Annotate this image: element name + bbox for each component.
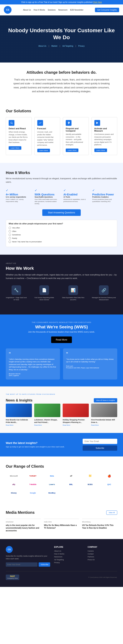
footer-col-explore: EXPLORE About Us How It Works Newsroom A…: [54, 546, 84, 567]
footer-copyright: © CivicScience 2024. All Rights Reserved…: [88, 576, 117, 578]
nav-link-newsroom[interactable]: Newsroom: [58, 9, 67, 11]
hero-link-market[interactable]: Market: [52, 45, 58, 47]
news-card-3: Holiday Shopping Preview: Shoppers Plann…: [63, 404, 89, 426]
news-grid: How Brands Can Celebrate Pride Month... …: [6, 404, 117, 426]
tool-icon-managed: 🔗: [99, 285, 109, 295]
hero-link-privacy[interactable]: Privacy: [78, 45, 85, 47]
news-title-2: Lululemon, Vitamin Shoppe, and Fiat Prim…: [34, 419, 60, 424]
footer-explore-heading: EXPLORE: [54, 546, 84, 548]
activate-title: Activate and Measure: [94, 127, 115, 132]
media-grid: eMarketer why is the most popular site f…: [6, 518, 117, 532]
client-mcdonalds: M: [82, 473, 98, 479]
stat-million: ✓ 4+ Million U.S. survey respondents Ove…: [6, 188, 31, 205]
client-disney: Disney: [6, 490, 22, 496]
footer-brand: CS Subscribe for monthly media insights …: [6, 546, 50, 567]
media-source-3: Bloomberg: [82, 521, 117, 523]
footer-company-heading: COMPANY: [88, 546, 117, 548]
attitudes-section: Attitudes change before behaviors do. Th…: [0, 62, 123, 101]
testimonial-author-1: Branden Darrell SVP, Logilism: [9, 373, 57, 376]
detect-title: Detect and React: [9, 127, 29, 130]
attitudes-heading: Attitudes change before behaviors do.: [11, 70, 112, 75]
news-read-more-4[interactable]: Read More: [91, 424, 117, 426]
client-elf: elf: [63, 473, 79, 479]
media-title-3: US Tax Refunds Decline 3.3% This Year in…: [82, 524, 117, 530]
hww-description: Whether you like to interact with elegan…: [6, 273, 117, 280]
newsletter-subscribe-button[interactable]: Subscribe: [83, 446, 117, 451]
media-view-all-button[interactable]: View All: [106, 510, 117, 515]
survey-radio-5[interactable]: [9, 240, 11, 243]
news-title-4: First Presidential Debate Will Draw 4...: [91, 419, 117, 424]
nav-links: About Us How It Works Solutions Newsroom…: [23, 9, 83, 11]
footer-link-press[interactable]: Press Kit: [88, 559, 117, 561]
footer-email-button[interactable]: Subscribe: [39, 562, 50, 567]
wws-read-more-button[interactable]: Read More: [51, 336, 72, 343]
media-source-2: Indie Wire: [44, 521, 79, 523]
testimonials: " "John's Saturday morning column lines …: [6, 348, 117, 380]
news-card-4: First Presidential Debate Will Draw 4...…: [91, 404, 117, 426]
media-header: Media Mentions View All: [6, 510, 117, 515]
survey-radio-2[interactable]: [9, 230, 11, 232]
detect-cta[interactable]: Learn More: [9, 146, 21, 150]
footer-link-about[interactable]: About Us: [54, 550, 84, 552]
start-answering-button[interactable]: Start Answering Questions: [42, 209, 81, 216]
nav-link-solutions[interactable]: Solutions: [48, 9, 56, 11]
footer-bottom: FAST Company 2024 © CivicScience 2024. A…: [6, 571, 117, 580]
footer-link-ad[interactable]: Ad Targeting: [54, 559, 84, 561]
survey-radio-1[interactable]: [9, 227, 11, 229]
hero-link-about[interactable]: About Us: [38, 45, 46, 47]
news-read-more-3[interactable]: Read More: [63, 424, 89, 426]
footer-link-how[interactable]: How It Works: [54, 553, 84, 555]
activate-cta[interactable]: Learn More: [94, 148, 107, 152]
footer-link-newsroom[interactable]: Newsroom: [54, 556, 84, 558]
forecast-cta[interactable]: Learn More: [37, 149, 50, 152]
attitudes-body: That's why we track consumers' needs, wa…: [11, 78, 112, 94]
newsletter-right: Subscribe: [83, 439, 117, 451]
testimonial-1: " "John's Saturday morning column lines …: [6, 348, 60, 380]
footer-email-input[interactable]: [6, 562, 38, 567]
testimonial-author-2: Rob Lach President and CEO, Pepsi, Lays …: [66, 365, 114, 369]
news-read-more-2[interactable]: Read More: [34, 424, 60, 426]
solutions-grid: Detect and React When trends emerge, cha…: [6, 117, 117, 155]
news-img-3: [63, 404, 89, 417]
activate-icon: [94, 120, 100, 126]
svg-marker-5: [96, 122, 98, 124]
stat-predictive-desc: Proven predictive power and quantifiable…: [92, 198, 117, 202]
client-bcbs: BCBS: [82, 482, 98, 487]
survey-radio-3[interactable]: [9, 234, 11, 236]
survey-option-5: Never / My name has no pronunciation: [9, 240, 114, 243]
nav-logo[interactable]: CS: [4, 6, 11, 14]
client-bestbuy: BestBuy: [44, 490, 60, 496]
newsletter-email-input[interactable]: [83, 439, 117, 444]
nav-link-newsletter[interactable]: B2B Newsletter: [70, 9, 83, 11]
footer-link-contact[interactable]: Contact: [88, 553, 117, 555]
survey-radio-4[interactable]: [9, 237, 11, 240]
nav-cta-button[interactable]: Get Consumer Insights: [95, 8, 119, 12]
stat-questions-label: Searchable Questions: [35, 196, 60, 198]
nav-link-about[interactable]: About Us: [23, 9, 31, 11]
news-read-more-1[interactable]: Read More: [6, 424, 32, 426]
footer-link-partners[interactable]: Partners: [88, 556, 117, 558]
banner-link[interactable]: Click Here: [93, 1, 102, 3]
checkmark-icon: ✓: [6, 188, 31, 192]
client-microsoft: Microsoft: [6, 473, 22, 479]
client-apple: 🍎: [101, 473, 117, 479]
client-google: Google: [25, 490, 41, 496]
news-section: The Most Up to Date Studies From CivicSc…: [0, 386, 123, 433]
forecast-title: Forecast: [37, 127, 58, 130]
footer-link-privacy[interactable]: Privacy: [54, 562, 84, 564]
nav-link-how[interactable]: How It Works: [34, 9, 45, 11]
stat-questions-value: 500k Questions: [35, 193, 60, 196]
pinpoint-cta[interactable]: Learn More: [66, 148, 78, 152]
footer-brand-text: Subscribe for monthly media insights del…: [6, 555, 50, 560]
tool-managed: 🔗 Managed Ad Services Delivery and Measu…: [91, 285, 117, 301]
hero-link-ad[interactable]: Ad Targeting: [62, 45, 73, 47]
tool-label-managed: Managed Ad Services Delivery and Measure…: [91, 296, 117, 301]
how-it-works-section: How It Works We've revolutionized survey…: [0, 163, 123, 255]
news-view-all-button[interactable]: View All News & Insights: [94, 398, 117, 402]
footer-logo: CS: [6, 546, 13, 553]
footer-link-careers[interactable]: Careers: [88, 550, 117, 552]
client-target: TARGET: [25, 473, 41, 479]
solution-card-pinpoint: Pinpoint and Conquest Identify persuadab…: [63, 117, 89, 155]
quote-mark-2: ": [66, 352, 114, 357]
news-eyebrow: The Most Up to Date Studies From CivicSc…: [6, 394, 117, 395]
